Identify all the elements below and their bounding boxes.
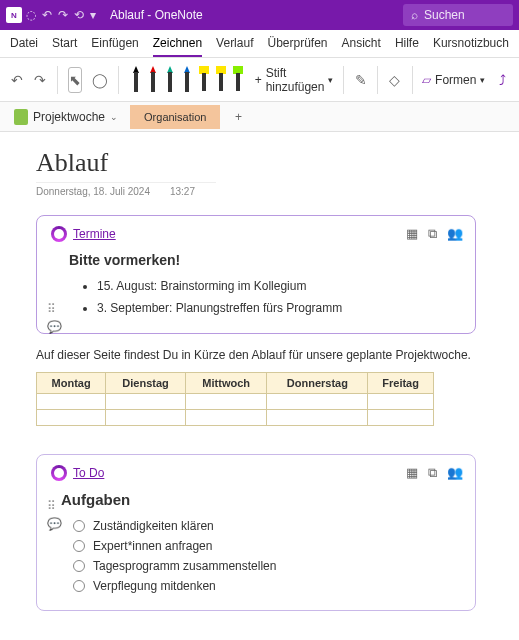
loop-title-link[interactable]: To Do xyxy=(73,466,104,480)
tab-insert[interactable]: Einfügen xyxy=(91,36,138,57)
comment-icon[interactable]: 💬 xyxy=(47,320,62,334)
checkbox-icon[interactable] xyxy=(73,540,85,552)
task-item[interactable]: Expert*innen anfragen xyxy=(73,536,461,556)
highlighter-green[interactable] xyxy=(231,66,245,92)
grid-view-icon[interactable]: ▦ xyxy=(406,465,418,481)
page-date: Donnerstag, 18. Juli 2024 xyxy=(36,186,150,197)
highlighter-yellow-2[interactable] xyxy=(214,66,228,92)
col-mittwoch[interactable]: Mittwoch xyxy=(185,373,266,394)
col-freitag[interactable]: Freitag xyxy=(368,373,434,394)
tab-home[interactable]: Start xyxy=(52,36,77,57)
termine-list[interactable]: 15. August: Brainstorming im Kollegium 3… xyxy=(69,276,461,319)
add-section-button[interactable]: + xyxy=(226,105,250,129)
search-box[interactable]: ⌕ Suchen xyxy=(403,4,513,26)
tab-review[interactable]: Überprüfen xyxy=(267,36,327,57)
loop-component-termine[interactable]: Termine ▦ ⧉ 👥 ⠿ 💬 Bitte vormerken! 15. A… xyxy=(36,215,476,334)
checkbox-icon[interactable] xyxy=(73,560,85,572)
chevron-down-icon: ⌄ xyxy=(110,112,118,122)
tab-help[interactable]: Hilfe xyxy=(395,36,419,57)
checkbox-icon[interactable] xyxy=(73,580,85,592)
ribbon-draw: ↶ ↷ ⬉ ◯ + Stift hinzufügen ▾ ✎ ◇ ▱ Forme… xyxy=(0,58,519,102)
table-row[interactable] xyxy=(37,410,434,426)
ink-to-text-button[interactable]: ✎ xyxy=(354,67,368,93)
tab-history[interactable]: Verlauf xyxy=(216,36,253,57)
quick-access-toolbar: ◌ ↶ ↷ ⟲ ▾ xyxy=(26,8,96,22)
qat-dropdown-icon[interactable]: ▾ xyxy=(90,8,96,22)
lasso-tool[interactable]: ◯ xyxy=(92,67,108,93)
window-title: Ablauf - OneNote xyxy=(110,8,203,22)
copy-icon[interactable]: ⧉ xyxy=(428,465,437,481)
list-item[interactable]: 3. September: Planungstreffen fürs Progr… xyxy=(97,298,461,320)
share-icon[interactable]: 👥 xyxy=(447,226,463,242)
pen-black[interactable] xyxy=(129,66,143,94)
share-icon[interactable]: 👥 xyxy=(447,465,463,481)
redo-button[interactable]: ↷ xyxy=(34,67,48,93)
search-icon: ⌕ xyxy=(411,8,418,22)
table-row[interactable] xyxy=(37,394,434,410)
loop-actions: ▦ ⧉ 👥 xyxy=(406,465,463,481)
pen-teal[interactable] xyxy=(163,66,177,94)
task-item[interactable]: Tagesprogramm zusammenstellen xyxy=(73,556,461,576)
select-tool[interactable]: ⬉ xyxy=(68,67,83,93)
save-icon[interactable]: ◌ xyxy=(26,8,36,22)
pen-red[interactable] xyxy=(146,66,160,94)
tab-class-notebook[interactable]: Kursnotizbuch xyxy=(433,36,509,57)
grid-view-icon[interactable]: ▦ xyxy=(406,226,418,242)
page-meta: Donnerstag, 18. Juli 2024 13:27 xyxy=(36,182,216,197)
highlighter-yellow[interactable] xyxy=(197,66,211,92)
pen-blue[interactable] xyxy=(180,66,194,94)
task-item[interactable]: Zuständigkeiten klären xyxy=(73,516,461,536)
schedule-table[interactable]: Montag Dienstag Mittwoch Donnerstag Frei… xyxy=(36,372,434,426)
termine-heading[interactable]: Bitte vormerken! xyxy=(69,252,461,268)
section-bar: Projektwoche ⌄ Organisation + xyxy=(0,102,519,132)
checkbox-icon[interactable] xyxy=(73,520,85,532)
undo-icon[interactable]: ↶ xyxy=(42,8,52,22)
intro-text[interactable]: Auf dieser Seite findest Du in Kürze den… xyxy=(36,348,519,362)
task-item[interactable]: Verpflegung mitdenken xyxy=(73,576,461,596)
todo-heading[interactable]: Aufgaben xyxy=(61,491,461,508)
search-placeholder: Suchen xyxy=(424,8,465,22)
col-dienstag[interactable]: Dienstag xyxy=(106,373,186,394)
pen-gallery xyxy=(129,66,245,94)
page-canvas[interactable]: Ablauf Donnerstag, 18. Juli 2024 13:27 T… xyxy=(0,132,519,638)
loop-icon xyxy=(51,465,67,481)
app-icon: N xyxy=(6,7,22,23)
shapes-button[interactable]: ▱ Formen ▾ xyxy=(422,73,485,87)
chevron-down-icon: ▾ xyxy=(480,75,485,85)
section-tab-organisation[interactable]: Organisation xyxy=(130,105,220,129)
page-time: 13:27 xyxy=(170,186,195,197)
copy-icon[interactable]: ⧉ xyxy=(428,226,437,242)
loop-component-todo[interactable]: To Do ▦ ⧉ 👥 ⠿ 💬 Aufgaben Zuständigkeiten… xyxy=(36,454,476,611)
table-header-row: Montag Dienstag Mittwoch Donnerstag Frei… xyxy=(37,373,434,394)
eraser-button[interactable]: ◇ xyxy=(388,67,402,93)
titlebar: N ◌ ↶ ↷ ⟲ ▾ Ablauf - OneNote ⌕ Suchen xyxy=(0,0,519,30)
plus-icon: + xyxy=(255,73,262,87)
page-title[interactable]: Ablauf xyxy=(36,148,519,178)
loop-title-link[interactable]: Termine xyxy=(73,227,116,241)
add-pen-button[interactable]: + Stift hinzufügen ▾ xyxy=(255,66,334,94)
notebook-dropdown[interactable]: Projektwoche ⌄ xyxy=(8,106,124,128)
tab-draw[interactable]: Zeichnen xyxy=(153,36,202,57)
loop-actions: ▦ ⧉ 👥 xyxy=(406,226,463,242)
undo-button[interactable]: ↶ xyxy=(10,67,24,93)
col-montag[interactable]: Montag xyxy=(37,373,106,394)
tab-view[interactable]: Ansicht xyxy=(342,36,381,57)
shapes-icon: ▱ xyxy=(422,73,431,87)
col-donnerstag[interactable]: Donnerstag xyxy=(267,373,368,394)
loop-icon xyxy=(51,226,67,242)
redo-icon[interactable]: ↷ xyxy=(58,8,68,22)
chevron-down-icon: ▾ xyxy=(328,75,333,85)
tab-file[interactable]: Datei xyxy=(10,36,38,57)
ribbon-tabs: Datei Start Einfügen Zeichnen Verlauf Üb… xyxy=(0,30,519,58)
sync-icon[interactable]: ⟲ xyxy=(74,8,84,22)
ink-to-math-button[interactable]: ⤴ xyxy=(495,67,509,93)
notebook-icon xyxy=(14,109,28,125)
task-list[interactable]: Zuständigkeiten klären Expert*innen anfr… xyxy=(61,516,461,596)
list-item[interactable]: 15. August: Brainstorming im Kollegium xyxy=(97,276,461,298)
